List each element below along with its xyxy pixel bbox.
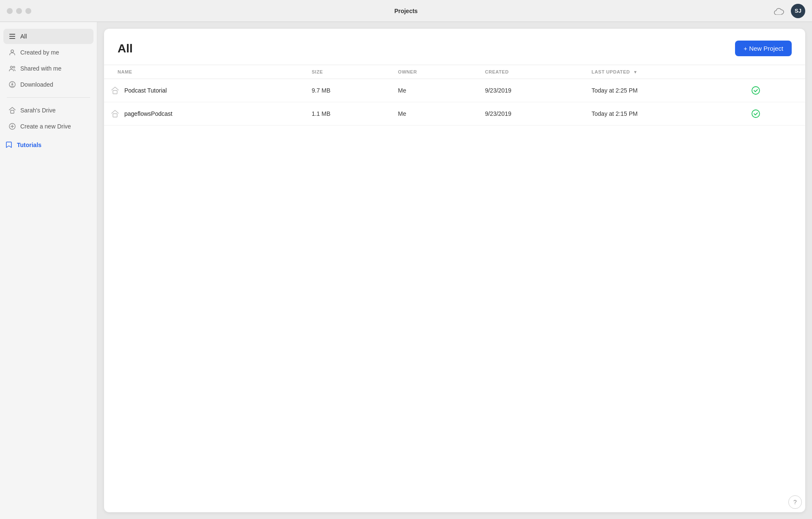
project-home-icon (111, 109, 119, 118)
project-owner: Me (391, 79, 478, 102)
people-icon (8, 65, 16, 72)
project-name-cell: Podcast Tutorial (111, 86, 298, 95)
create-drive-label: Create a new Drive (20, 123, 71, 130)
svg-rect-12 (113, 90, 117, 94)
projects-table: NAME SIZE OWNER CREATED LAST UPDATED (104, 65, 805, 126)
sidebar-item-all[interactable]: All (3, 29, 93, 44)
check-circle-icon (751, 86, 798, 95)
tutorials-label: Tutorials (17, 142, 41, 148)
download-icon (8, 81, 16, 88)
sidebar-item-shared-with-me[interactable]: Shared with me (3, 61, 93, 76)
minimize-button[interactable] (16, 8, 22, 14)
new-project-button[interactable]: + New Project (735, 41, 792, 56)
main-content: All + New Project NAME SIZE OWNER (104, 29, 805, 512)
svg-rect-14 (113, 114, 117, 117)
sidebar-drives-section: Sarah's Drive Create a new Drive (0, 103, 97, 134)
col-header-size: SIZE (305, 65, 391, 79)
col-header-name: NAME (104, 65, 305, 79)
table-row[interactable]: pageflowsPodcast 1.1 MB Me 9/23/2019 Tod… (104, 102, 805, 126)
sidebar-item-downloaded[interactable]: Downloaded (3, 77, 93, 92)
check-circle-icon (751, 109, 798, 118)
cloud-icon (774, 7, 784, 15)
page-title: All (118, 42, 133, 55)
close-button[interactable] (7, 8, 13, 14)
sidebar-item-tutorials[interactable]: Tutorials (0, 137, 97, 153)
project-last-updated: Today at 2:25 PM (585, 79, 744, 102)
sidebar-item-all-label: All (20, 33, 27, 40)
project-name-cell: pageflowsPodcast (111, 109, 298, 118)
help-button[interactable]: ? (788, 495, 802, 509)
main-header: All + New Project (104, 29, 805, 65)
project-name: pageflowsPodcast (124, 110, 173, 117)
svg-point-15 (752, 110, 760, 117)
svg-point-5 (13, 66, 15, 68)
col-header-status (744, 65, 805, 79)
svg-rect-2 (9, 38, 15, 39)
bookmark-icon (5, 141, 13, 149)
project-name: Podcast Tutorial (124, 87, 167, 94)
app-container: All Created by me (0, 22, 812, 519)
list-icon (8, 33, 16, 40)
project-size: 1.1 MB (305, 102, 391, 126)
sidebar-divider (7, 97, 90, 98)
user-icon (8, 49, 16, 56)
question-mark-icon: ? (793, 499, 797, 505)
project-sync-status (744, 79, 805, 102)
avatar[interactable]: SJ (791, 4, 805, 18)
project-home-icon (111, 86, 119, 95)
sidebar-item-create-new-drive[interactable]: Create a new Drive (3, 119, 93, 134)
window-controls (7, 8, 31, 14)
col-header-owner: OWNER (391, 65, 478, 79)
sarahs-drive-label: Sarah's Drive (20, 107, 56, 114)
home-icon (8, 107, 16, 114)
sidebar-item-shared-label: Shared with me (20, 65, 61, 72)
sidebar-item-created-by-me[interactable]: Created by me (3, 45, 93, 60)
sidebar-nav: All Created by me (0, 29, 97, 92)
plus-icon (8, 123, 16, 130)
svg-rect-0 (9, 34, 15, 35)
svg-point-13 (752, 87, 760, 94)
window-title: Projects (394, 8, 417, 14)
project-sync-status (744, 102, 805, 126)
sidebar: All Created by me (0, 22, 97, 519)
svg-point-3 (11, 50, 14, 52)
table-row[interactable]: Podcast Tutorial 9.7 MB Me 9/23/2019 Tod… (104, 79, 805, 102)
maximize-button[interactable] (25, 8, 31, 14)
sidebar-item-sarahs-drive[interactable]: Sarah's Drive (3, 103, 93, 118)
projects-table-container: NAME SIZE OWNER CREATED LAST UPDATED (104, 65, 805, 512)
project-owner: Me (391, 102, 478, 126)
col-header-created: CREATED (478, 65, 585, 79)
project-last-updated: Today at 2:15 PM (585, 102, 744, 126)
project-size: 9.7 MB (305, 79, 391, 102)
svg-rect-1 (9, 36, 15, 37)
svg-point-4 (11, 66, 13, 68)
title-bar: Projects SJ (0, 0, 812, 22)
title-bar-right: SJ (774, 4, 805, 18)
project-created: 9/23/2019 (478, 102, 585, 126)
svg-rect-8 (11, 110, 14, 113)
sidebar-item-created-label: Created by me (20, 49, 59, 56)
project-created: 9/23/2019 (478, 79, 585, 102)
sidebar-item-downloaded-label: Downloaded (20, 81, 53, 88)
col-header-last-updated: LAST UPDATED ▼ (585, 65, 744, 79)
